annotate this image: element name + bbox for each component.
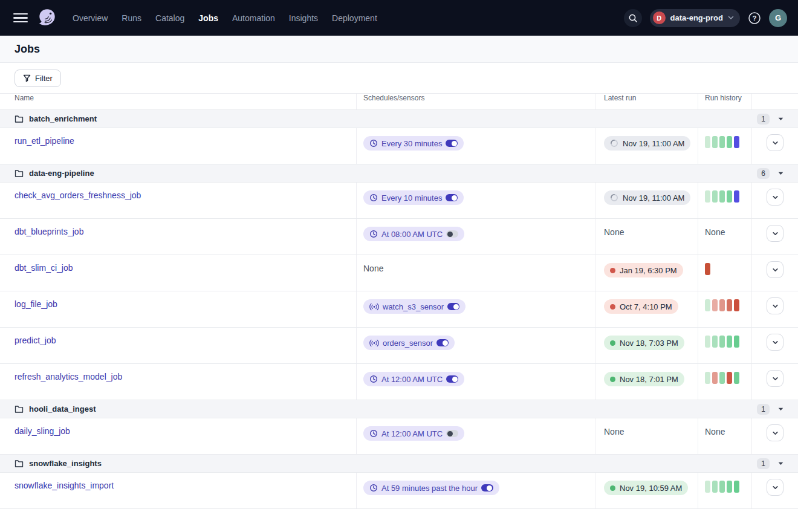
- run-history-chip[interactable]: [705, 190, 710, 203]
- run-history-chip[interactable]: [705, 299, 710, 311]
- sensor-toggle[interactable]: [436, 339, 449, 346]
- help-button[interactable]: ?: [748, 11, 761, 25]
- run-history-chip[interactable]: [712, 336, 718, 348]
- search-button[interactable]: [624, 9, 642, 27]
- run-history-chip[interactable]: [712, 299, 718, 311]
- sensor-icon: [369, 303, 379, 311]
- run-history-chip[interactable]: [719, 190, 725, 203]
- nav-item-jobs[interactable]: Jobs: [198, 13, 218, 23]
- schedule-badge[interactable]: Every 10 minutes: [363, 190, 464, 205]
- run-history-chip[interactable]: [705, 136, 710, 148]
- schedule-toggle[interactable]: [446, 140, 458, 147]
- user-avatar[interactable]: G: [769, 9, 787, 27]
- sensor-badge[interactable]: watch_s3_sensor: [363, 299, 465, 314]
- nav-item-catalog[interactable]: Catalog: [155, 13, 184, 23]
- latest-run-pill[interactable]: Nov 18, 7:03 PM: [604, 336, 684, 350]
- job-link[interactable]: log_file_job: [15, 299, 57, 309]
- run-history-chip[interactable]: [727, 372, 732, 384]
- run-history-chip[interactable]: [734, 136, 739, 148]
- job-actions-button[interactable]: [767, 189, 783, 206]
- run-history-chip[interactable]: [734, 372, 739, 384]
- run-history-chip[interactable]: [727, 136, 732, 148]
- run-history-chip[interactable]: [727, 481, 732, 493]
- actions-cell: [752, 473, 798, 508]
- run-history-chip[interactable]: [712, 372, 718, 384]
- nav-item-deployment[interactable]: Deployment: [332, 13, 377, 23]
- run-history-chip[interactable]: [705, 263, 710, 275]
- run-history-chip[interactable]: [734, 336, 739, 348]
- run-history-chip[interactable]: [734, 190, 739, 203]
- group-row-snowflake_insights[interactable]: snowflake_insights1: [0, 455, 798, 473]
- filter-button[interactable]: Filter: [15, 70, 61, 87]
- run-history-chip[interactable]: [705, 481, 710, 493]
- sensor-toggle[interactable]: [447, 303, 459, 310]
- nav-item-runs[interactable]: Runs: [122, 13, 141, 23]
- job-link[interactable]: dbt_blueprints_job: [15, 227, 83, 236]
- menu-icon[interactable]: [13, 13, 28, 23]
- latest-run-pill[interactable]: Nov 19, 11:00 AM: [604, 136, 690, 151]
- sensor-label: watch_s3_sensor: [383, 302, 444, 311]
- run-history-chip[interactable]: [719, 336, 725, 348]
- latest-run-pill[interactable]: Nov 19, 10:59 AM: [604, 481, 688, 495]
- job-actions-button[interactable]: [767, 479, 783, 496]
- collapse-caret-icon[interactable]: [778, 117, 783, 121]
- run-history-chip[interactable]: [727, 190, 732, 203]
- latest-run-pill[interactable]: Nov 18, 7:01 PM: [604, 372, 684, 386]
- job-actions-button[interactable]: [767, 370, 783, 387]
- collapse-caret-icon[interactable]: [778, 462, 783, 465]
- run-history-chip[interactable]: [719, 299, 725, 311]
- group-row-batch_enrichment[interactable]: batch_enrichment1: [0, 110, 798, 128]
- table-header-row: Name Schedules/sensors Latest run Run hi…: [0, 93, 798, 110]
- run-history-chip[interactable]: [734, 299, 739, 311]
- run-history-chip[interactable]: [734, 481, 739, 493]
- job-actions-button[interactable]: [767, 225, 783, 242]
- deployment-switcher[interactable]: D data-eng-prod: [650, 9, 740, 27]
- schedule-badge[interactable]: Every 30 minutes: [363, 136, 464, 151]
- run-history-chip[interactable]: [719, 372, 725, 384]
- job-link[interactable]: check_avg_orders_freshness_job: [15, 190, 141, 200]
- schedule-toggle[interactable]: [446, 430, 458, 437]
- schedule-badge[interactable]: At 12:00 AM UTC: [363, 426, 464, 441]
- group-row-data-eng-pipeline[interactable]: data-eng-pipeline6: [0, 164, 798, 183]
- latest-run-cell: Oct 7, 4:10 PM: [595, 291, 698, 327]
- latest-run-pill[interactable]: Nov 19, 11:00 AM: [604, 190, 690, 205]
- run-history-chip[interactable]: [719, 136, 725, 148]
- nav-item-automation[interactable]: Automation: [232, 13, 275, 23]
- run-history-chip[interactable]: [719, 481, 725, 493]
- job-actions-button[interactable]: [767, 334, 783, 351]
- job-actions-button[interactable]: [767, 134, 783, 151]
- schedule-toggle[interactable]: [446, 375, 458, 383]
- latest-run-pill[interactable]: Jan 19, 6:30 PM: [604, 263, 683, 277]
- schedule-badge[interactable]: At 12:00 AM UTC: [363, 372, 464, 386]
- job-actions-button[interactable]: [767, 261, 783, 278]
- run-history-chip[interactable]: [705, 372, 710, 384]
- schedule-badge[interactable]: At 08:00 AM UTC: [363, 227, 464, 241]
- nav-item-overview[interactable]: Overview: [73, 13, 108, 23]
- schedule-toggle[interactable]: [446, 230, 458, 238]
- job-actions-button[interactable]: [767, 424, 783, 441]
- group-row-hooli_data_ingest[interactable]: hooli_data_ingest1: [0, 400, 798, 418]
- collapse-caret-icon[interactable]: [778, 407, 783, 411]
- schedule-toggle[interactable]: [446, 194, 458, 201]
- job-link[interactable]: refresh_analytics_model_job: [15, 372, 122, 381]
- run-history-chip[interactable]: [712, 136, 718, 148]
- sensor-badge[interactable]: orders_sensor: [363, 336, 455, 350]
- job-link[interactable]: run_etl_pipeline: [15, 136, 74, 146]
- collapse-caret-icon[interactable]: [778, 172, 783, 175]
- schedule-toggle[interactable]: [481, 484, 493, 491]
- job-link[interactable]: daily_sling_job: [15, 426, 70, 436]
- job-link[interactable]: dbt_slim_ci_job: [15, 263, 73, 273]
- run-history-chip[interactable]: [712, 481, 718, 493]
- job-link[interactable]: snowflake_insights_import: [15, 481, 114, 490]
- run-history-chip[interactable]: [705, 336, 710, 348]
- dagster-logo[interactable]: [36, 7, 58, 29]
- schedule-badge[interactable]: At 59 minutes past the hour: [363, 481, 499, 495]
- latest-run-pill[interactable]: Oct 7, 4:10 PM: [604, 299, 678, 314]
- jobs-table-body: batch_enrichment1run_etl_pipelineEvery 3…: [0, 110, 798, 509]
- job-link[interactable]: predict_job: [15, 336, 56, 345]
- run-history-chip[interactable]: [727, 299, 732, 311]
- run-history-chip[interactable]: [712, 190, 718, 203]
- nav-item-insights[interactable]: Insights: [289, 13, 318, 23]
- job-actions-button[interactable]: [767, 297, 783, 314]
- run-history-chip[interactable]: [727, 336, 732, 348]
